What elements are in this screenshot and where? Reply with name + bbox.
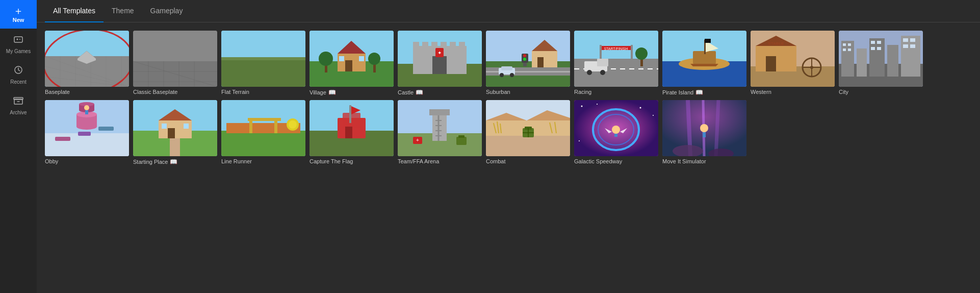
capture-the-flag-thumb xyxy=(310,100,394,156)
svg-point-39 xyxy=(319,52,333,66)
svg-rect-140 xyxy=(221,131,305,156)
svg-point-183 xyxy=(653,115,654,116)
svg-rect-49 xyxy=(450,42,456,48)
svg-rect-48 xyxy=(441,42,447,48)
svg-rect-112 xyxy=(871,47,875,50)
tab-bar: All Templates Theme Gameplay xyxy=(37,0,980,22)
archive-label: Archive xyxy=(10,110,27,115)
tab-all-templates[interactable]: All Templates xyxy=(45,0,104,22)
sidebar: ＋ New My Games Recent xyxy=(0,0,37,293)
move-it-simulator-thumb xyxy=(662,100,746,156)
svg-rect-117 xyxy=(910,44,915,48)
svg-rect-47 xyxy=(431,42,437,48)
template-card-western[interactable]: STABLE Western xyxy=(751,31,835,96)
template-card-baseplate[interactable]: Baseplate xyxy=(45,31,129,96)
svg-point-67 xyxy=(523,54,526,57)
svg-rect-120 xyxy=(55,137,70,141)
svg-rect-57 xyxy=(486,71,570,72)
svg-rect-189 xyxy=(614,134,617,137)
starting-book-icon: 📖 xyxy=(170,158,177,165)
suburban-label: Suburban xyxy=(486,89,570,95)
svg-point-146 xyxy=(289,120,297,129)
svg-rect-104 xyxy=(887,45,898,77)
svg-rect-110 xyxy=(871,41,875,44)
svg-rect-114 xyxy=(903,38,908,42)
template-card-racing[interactable]: START/FINISH Racing xyxy=(574,31,658,96)
svg-point-129 xyxy=(84,105,89,110)
svg-rect-121 xyxy=(78,132,91,136)
line-runner-thumb xyxy=(221,100,305,156)
template-card-classic-baseplate[interactable]: Classic Baseplate xyxy=(133,31,217,96)
template-card-line-runner[interactable]: Line Runner xyxy=(221,100,305,165)
template-card-galactic-speedway[interactable]: Galactic Speedway xyxy=(574,100,658,165)
template-card-team-ffa[interactable]: + Team/FFA Arena xyxy=(398,100,482,165)
svg-rect-103 xyxy=(869,38,885,77)
template-card-suburban[interactable]: Suburban xyxy=(486,31,570,96)
svg-rect-74 xyxy=(600,45,602,60)
baseplate-label: Baseplate xyxy=(45,89,129,95)
template-card-starting-place[interactable]: Starting Place 📖 xyxy=(133,100,217,165)
games-icon xyxy=(13,34,24,46)
svg-rect-37 xyxy=(359,56,364,61)
svg-rect-122 xyxy=(98,127,114,131)
template-card-pirate-island[interactable]: Pirate Island 📖 xyxy=(662,31,746,96)
template-grid: Baseplate xyxy=(37,22,980,293)
castle-label: Castle 📖 xyxy=(398,89,482,96)
svg-point-61 xyxy=(510,73,514,77)
galactic-speedway-label: Galactic Speedway xyxy=(574,158,658,164)
svg-point-60 xyxy=(500,73,504,77)
pirate-book-icon: 📖 xyxy=(695,89,703,96)
svg-point-188 xyxy=(612,126,620,134)
template-card-combat[interactable]: Combat xyxy=(486,100,570,165)
svg-rect-0 xyxy=(14,37,22,42)
svg-rect-163 xyxy=(456,137,467,145)
svg-rect-29 xyxy=(221,59,305,87)
sidebar-item-my-games[interactable]: My Games xyxy=(0,29,37,59)
pirate-island-thumb xyxy=(662,31,746,87)
svg-point-193 xyxy=(700,124,708,132)
village-label: Village 📖 xyxy=(310,89,394,96)
template-card-move-it-simulator[interactable]: Move It Simulator xyxy=(662,100,746,165)
main-panel: All Templates Theme Gameplay xyxy=(37,0,980,293)
svg-rect-130 xyxy=(85,110,88,114)
village-book-icon: 📖 xyxy=(328,89,336,96)
template-card-obby[interactable]: Obby xyxy=(45,100,129,165)
svg-text:START/FINISH: START/FINISH xyxy=(604,47,628,51)
line-runner-label: Line Runner xyxy=(221,158,305,164)
svg-point-1 xyxy=(19,39,20,40)
pirate-island-label: Pirate Island 📖 xyxy=(662,89,746,96)
starting-place-thumb xyxy=(133,100,217,156)
svg-rect-62 xyxy=(532,51,557,67)
svg-point-41 xyxy=(368,53,380,65)
svg-rect-164 xyxy=(458,135,465,138)
svg-text:+: + xyxy=(416,137,419,143)
flat-terrain-thumb xyxy=(221,31,305,87)
sidebar-item-archive[interactable]: Archive xyxy=(0,90,37,120)
capture-the-flag-label: Capture The Flag xyxy=(310,158,394,164)
svg-rect-150 xyxy=(343,113,360,128)
template-card-castle[interactable]: ✦ Castle 📖 xyxy=(398,31,482,96)
racing-label: Racing xyxy=(574,89,658,95)
template-card-village[interactable]: Village 📖 xyxy=(310,31,394,96)
plus-icon: ＋ xyxy=(13,6,23,16)
village-thumb xyxy=(310,31,394,87)
svg-rect-64 xyxy=(537,57,544,67)
tab-gameplay[interactable]: Gameplay xyxy=(142,0,191,22)
svg-rect-109 xyxy=(848,48,851,51)
svg-rect-88 xyxy=(705,39,711,43)
svg-rect-157 xyxy=(429,109,450,115)
svg-point-180 xyxy=(581,106,583,107)
svg-text:STABLE: STABLE xyxy=(768,41,784,46)
template-card-flat-terrain[interactable]: Flat Terrain xyxy=(221,31,305,96)
sidebar-item-recent[interactable]: Recent xyxy=(0,59,37,90)
svg-point-81 xyxy=(635,47,648,60)
svg-rect-133 xyxy=(159,120,192,138)
tab-theme[interactable]: Theme xyxy=(104,0,142,22)
template-card-city[interactable]: City xyxy=(839,31,923,96)
baseplate-thumb xyxy=(45,31,129,87)
castle-book-icon: 📖 xyxy=(416,89,423,96)
new-button[interactable]: ＋ New xyxy=(0,0,37,29)
template-card-capture-the-flag[interactable]: Capture The Flag xyxy=(310,100,394,165)
svg-rect-102 xyxy=(857,48,867,77)
combat-thumb xyxy=(486,100,570,156)
